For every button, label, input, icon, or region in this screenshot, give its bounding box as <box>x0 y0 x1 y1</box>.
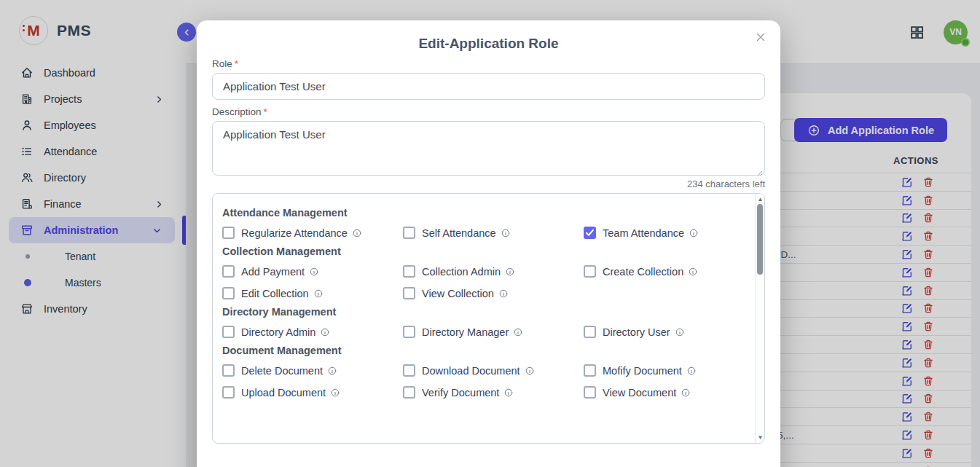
checkbox-icon[interactable] <box>403 227 415 239</box>
permission-label: Directory Manager <box>422 326 509 338</box>
permission-verify-document[interactable]: Verify Document <box>403 386 584 399</box>
permission-section-title: Document Management <box>222 345 748 356</box>
permission-label: View Collection <box>422 288 494 299</box>
info-icon[interactable] <box>513 327 523 337</box>
permission-team-attendance[interactable]: Team Attendance <box>584 227 753 239</box>
edit-application-role-modal: Edit-Application Role Role* Description*… <box>197 20 780 467</box>
info-icon[interactable] <box>309 267 319 277</box>
permission-label: Edit Collection <box>241 288 309 299</box>
checkbox-icon[interactable] <box>584 364 596 377</box>
permission-section-attendance-management: Attendance ManagementRegularize Attendan… <box>222 207 748 239</box>
permission-directory-user[interactable]: Directory User <box>584 326 753 338</box>
permission-collection-admin[interactable]: Collection Admin <box>403 265 584 278</box>
permission-delete-document[interactable]: Delete Document <box>222 364 403 377</box>
permission-label: Create Collection <box>603 266 683 278</box>
role-field-label: Role* <box>212 58 765 69</box>
checkbox-icon[interactable] <box>403 364 415 377</box>
permission-label: Verify Document <box>422 387 499 399</box>
info-icon[interactable] <box>501 228 511 238</box>
checkbox-icon[interactable] <box>584 326 596 338</box>
checkbox-icon[interactable] <box>222 386 235 399</box>
permission-mofify-document[interactable]: Mofify Document <box>584 364 753 377</box>
permission-label: Download Document <box>422 365 520 377</box>
permission-regularize-attendance[interactable]: Regularize Attendance <box>222 227 403 239</box>
permission-label: Delete Document <box>241 365 323 377</box>
permission-section-title: Attendance Management <box>222 207 748 219</box>
permission-label: Regularize Attendance <box>241 227 348 239</box>
permission-label: View Document <box>603 387 676 399</box>
permission-directory-manager[interactable]: Directory Manager <box>403 326 584 338</box>
permission-section-directory-management: Directory ManagementDirectory AdminDirec… <box>222 306 748 338</box>
scroll-up-icon[interactable]: ▲ <box>756 196 765 203</box>
app-root: M PMS DashboardProjectsEmployeesAttendan… <box>0 0 980 467</box>
permission-view-document[interactable]: View Document <box>584 386 753 399</box>
info-icon[interactable] <box>327 366 337 376</box>
role-input[interactable] <box>212 73 765 100</box>
permissions-scrollbar[interactable]: ▲ ▼ <box>755 194 764 443</box>
info-icon[interactable] <box>525 366 535 376</box>
scrollbar-thumb[interactable] <box>757 204 763 275</box>
info-icon[interactable] <box>675 327 685 337</box>
info-icon[interactable] <box>320 327 330 337</box>
checkbox-checked-icon[interactable] <box>584 227 596 239</box>
info-icon[interactable] <box>498 289 509 299</box>
permission-label: Upload Document <box>241 387 326 399</box>
close-icon[interactable] <box>754 31 767 44</box>
permission-section-document-management: Document ManagementDelete DocumentDownlo… <box>222 345 748 399</box>
checkbox-icon[interactable] <box>403 326 415 338</box>
required-asterisk: * <box>235 58 238 69</box>
checkbox-icon[interactable] <box>584 386 596 399</box>
permissions-panel: Attendance ManagementRegularize Attendan… <box>212 193 765 444</box>
permission-create-collection[interactable]: Create Collection <box>584 265 753 278</box>
info-icon[interactable] <box>503 388 514 398</box>
permission-section-title: Directory Management <box>222 306 748 318</box>
checkbox-icon[interactable] <box>222 265 235 278</box>
permission-label: Directory Admin <box>241 326 315 338</box>
checkbox-icon[interactable] <box>584 265 596 278</box>
checkbox-icon[interactable] <box>222 227 235 239</box>
scroll-down-icon[interactable]: ▼ <box>756 434 765 441</box>
permission-label: Mofify Document <box>603 365 682 377</box>
checkbox-icon[interactable] <box>403 386 415 399</box>
info-icon[interactable] <box>352 228 362 238</box>
checkbox-icon[interactable] <box>403 265 415 278</box>
required-asterisk: * <box>264 106 267 117</box>
info-icon[interactable] <box>689 228 699 238</box>
description-field-label: Description* <box>212 106 765 117</box>
permission-upload-document[interactable]: Upload Document <box>222 386 403 399</box>
permission-label: Collection Admin <box>422 266 501 278</box>
permission-label: Add Payment <box>241 266 305 278</box>
permission-section-collection-management: Collection ManagementAdd PaymentCollecti… <box>222 246 748 299</box>
permission-directory-admin[interactable]: Directory Admin <box>222 326 403 338</box>
checkbox-icon[interactable] <box>222 364 235 377</box>
permission-edit-collection[interactable]: Edit Collection <box>222 287 403 299</box>
permission-view-collection[interactable]: View Collection <box>403 287 584 299</box>
info-icon[interactable] <box>686 366 697 376</box>
permission-section-title: Collection Management <box>222 246 748 257</box>
permission-download-document[interactable]: Download Document <box>403 364 584 377</box>
permission-add-payment[interactable]: Add Payment <box>222 265 403 278</box>
info-icon[interactable] <box>330 388 340 398</box>
permissions-list: Attendance ManagementRegularize Attendan… <box>213 194 755 443</box>
checkbox-icon[interactable] <box>222 326 235 338</box>
checkbox-icon[interactable] <box>222 287 235 299</box>
info-icon[interactable] <box>681 388 691 398</box>
info-icon[interactable] <box>688 267 698 277</box>
permission-label: Team Attendance <box>603 227 684 239</box>
modal-title: Edit-Application Role <box>197 20 780 52</box>
info-icon[interactable] <box>505 267 515 277</box>
info-icon[interactable] <box>313 289 324 299</box>
description-textarea[interactable]: Application Test User <box>212 121 765 176</box>
checkbox-icon[interactable] <box>403 287 415 299</box>
characters-left-counter: 234 characters left <box>212 178 765 189</box>
permission-label: Directory User <box>603 326 670 338</box>
permission-self-attendance[interactable]: Self Attendance <box>403 227 584 239</box>
permission-label: Self Attendance <box>422 227 496 239</box>
